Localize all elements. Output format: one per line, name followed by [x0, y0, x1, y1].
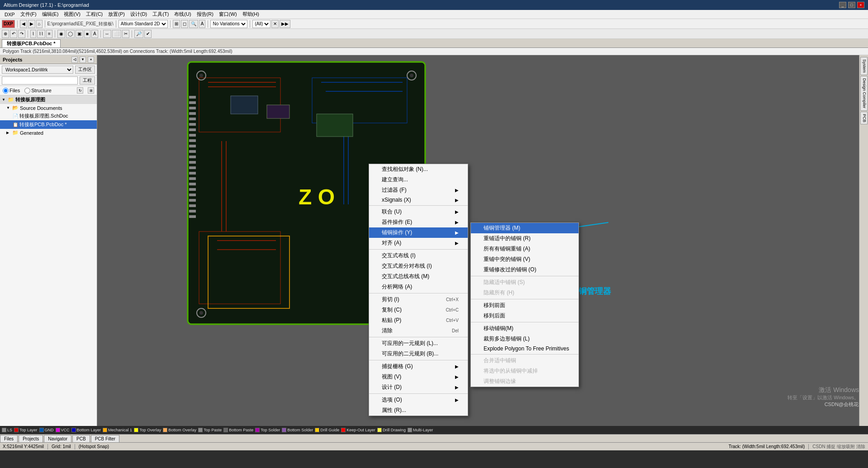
layer-bottom[interactable]: Bottom Layer: [71, 428, 101, 432]
sidebar-refresh-btn[interactable]: ↻: [77, 87, 83, 94]
ctx-bus-route[interactable]: 交互式总线布线 (M): [369, 271, 468, 282]
toolbar-btn-clear-filter[interactable]: ✕: [271, 20, 279, 28]
sub-repour-modified[interactable]: 重铺修改过的铺铜 (O): [471, 265, 579, 275]
ctx-inspect-net[interactable]: 分析网络 (A): [369, 282, 468, 292]
bottom-tab-pcb[interactable]: PCB: [72, 435, 90, 442]
workspace-select[interactable]: Workspace1.DsnWrk: [2, 66, 73, 74]
tb2-fill[interactable]: ■: [84, 30, 90, 38]
sub-explode-polygon[interactable]: Explode Polygon To Free Primitives: [471, 344, 579, 353]
layer-drill-guide[interactable]: Drill Guide: [315, 428, 339, 432]
ctx-interactive-route[interactable]: 交互式布线 (I): [369, 251, 468, 261]
bottom-tab-navigator[interactable]: Navigator: [44, 435, 71, 442]
radio-files[interactable]: [3, 88, 9, 94]
ctx-delete[interactable]: 清除 Del: [369, 326, 468, 336]
menu-place[interactable]: 放置(P): [105, 10, 128, 19]
menu-design[interactable]: 设计(D): [128, 10, 150, 19]
tb2-pad[interactable]: ◯: [66, 30, 75, 38]
tb2-dim[interactable]: ↔: [103, 30, 111, 38]
menu-file[interactable]: 文件(F): [18, 10, 39, 19]
view-mode-select[interactable]: Altium Standard 2D Altium 3D Black: [119, 20, 168, 28]
menu-help[interactable]: 帮助(H): [240, 10, 262, 19]
ctx-unary-rules[interactable]: 可应用的一元规则 (L)...: [369, 338, 468, 349]
sub-move-polygon[interactable]: 移动铺铜(M): [471, 323, 579, 334]
tb2-via[interactable]: ◉: [57, 30, 65, 38]
radio-structure-label[interactable]: Structure: [24, 88, 52, 94]
sub-repour-selected[interactable]: 重铺适中的铺铜 (R): [471, 233, 579, 244]
ctx-copy[interactable]: 复制 (C) Ctrl+C: [369, 305, 468, 315]
tb2-text[interactable]: A: [91, 30, 98, 38]
ctx-properties[interactable]: 属性 (R)...: [369, 405, 468, 416]
ctx-xsignals[interactable]: xSignals (X) ▶: [369, 195, 468, 204]
menu-report[interactable]: 报告(R): [194, 10, 216, 19]
radio-structure[interactable]: [24, 88, 30, 94]
radio-files-label[interactable]: Files: [3, 88, 20, 94]
toolbar-btn-dxp[interactable]: DXP: [2, 20, 15, 28]
menu-window[interactable]: 窗口(W): [216, 10, 240, 19]
bottom-tab-projects[interactable]: Projects: [19, 435, 43, 442]
tree-source-docs[interactable]: ▼ 📂 Source Documents: [0, 104, 97, 112]
ctx-filter[interactable]: 过滤器 (F) ▶: [369, 185, 468, 195]
layer-top[interactable]: Top Layer: [14, 428, 38, 432]
tab-pcb[interactable]: 转接板PCB.PcbDoc *: [2, 39, 61, 47]
ctx-build-query[interactable]: 建立查询...: [369, 175, 468, 185]
maximize-btn[interactable]: □: [848, 2, 855, 8]
right-tab-system[interactable]: System: [860, 57, 868, 75]
workspace-label-btn[interactable]: 工作区: [75, 66, 95, 74]
menu-project[interactable]: 工程(C): [83, 10, 105, 19]
sub-send-back[interactable]: 移到后面: [471, 311, 579, 321]
toolbar-btn-snap[interactable]: ⊞: [173, 20, 180, 28]
layer-gnd[interactable]: GND: [39, 428, 54, 432]
menu-route[interactable]: 布线(U): [171, 10, 194, 19]
layer-ls[interactable]: LS: [2, 428, 12, 432]
toolbar-home[interactable]: ⌂: [36, 20, 43, 28]
ctx-component-ops[interactable]: 器件操作 (E) ▶: [369, 217, 468, 227]
right-tab-design-compiler[interactable]: Design Compiler: [860, 76, 868, 111]
layer-top-solder[interactable]: Top Solder: [255, 428, 280, 432]
sidebar-icon-menu[interactable]: ▼: [80, 57, 86, 63]
layer-keepout[interactable]: Keep-Out Layer: [341, 428, 375, 432]
variations-select[interactable]: No Variations: [210, 20, 247, 28]
toolbar-nav-forward[interactable]: ▶: [28, 20, 35, 28]
ctx-cut[interactable]: 剪切 (I) Ctrl+X: [369, 294, 468, 305]
project-label-btn[interactable]: 工程: [80, 76, 95, 85]
toolbar-nav-back[interactable]: ◀: [20, 20, 27, 28]
layer-bottom-solder[interactable]: Bottom Solder: [282, 428, 313, 432]
tb2-btn3[interactable]: ↷: [18, 30, 25, 38]
pcb-canvas[interactable]: Z O: [97, 55, 868, 426]
layer-multi[interactable]: Multi-Layer: [408, 428, 433, 432]
tb2-cut[interactable]: ✂: [122, 30, 129, 38]
menu-dxp[interactable]: DXP: [2, 11, 18, 18]
ctx-snap-grid[interactable]: 捕捉栅格 (G) ▶: [369, 361, 468, 372]
ctx-options[interactable]: 选项 (O) ▶: [369, 395, 468, 405]
ctx-binary-rules[interactable]: 可应用的二元规则 (B)...: [369, 349, 468, 359]
sub-polygon-manager[interactable]: 铺铜管理器 (M): [471, 223, 579, 233]
tb2-room[interactable]: ⬜: [112, 30, 121, 38]
sidebar-icon-close[interactable]: ×: [88, 57, 94, 63]
bottom-tab-pcb-filter[interactable]: PCB Filter: [91, 435, 120, 442]
layer-mech1[interactable]: Mechanical 1: [103, 428, 132, 432]
minimize-btn[interactable]: _: [839, 2, 846, 8]
ctx-find-similar[interactable]: 查找相似对象 (N)...: [369, 164, 468, 175]
toolbar-btn-nav-fwd[interactable]: ▶▶: [280, 20, 290, 28]
ctx-design-sub[interactable]: 设计 (D) ▶: [369, 382, 468, 392]
right-tab-pcb[interactable]: PCB: [860, 112, 868, 125]
sub-bring-front[interactable]: 移到前面: [471, 300, 579, 311]
tb2-route[interactable]: ⌇: [30, 30, 36, 38]
tb2-btn1[interactable]: ⊕: [2, 30, 9, 38]
tree-generated[interactable]: ▶ 📁 Generated: [0, 129, 97, 137]
tb2-inspect[interactable]: 🔎: [134, 30, 143, 38]
tb2-drc[interactable]: ✔: [144, 30, 152, 38]
layer-vcc[interactable]: VCC: [56, 428, 70, 432]
tb2-diff[interactable]: ⌇⌇: [37, 30, 45, 38]
all-select[interactable]: (All): [252, 20, 270, 28]
sidebar-icon-pin[interactable]: ◁: [71, 57, 78, 63]
tb2-copper[interactable]: ▣: [76, 30, 83, 38]
sub-repour-violating[interactable]: 重铺中突的铺铜 (V): [471, 254, 579, 265]
layer-top-overlay[interactable]: Top Overlay: [134, 428, 161, 432]
layer-bottom-overlay[interactable]: Bottom Overlay: [163, 428, 196, 432]
tb2-bus[interactable]: ≡: [46, 30, 52, 38]
tb2-btn2[interactable]: ↶: [10, 30, 17, 38]
close-btn[interactable]: ×: [857, 2, 864, 8]
menu-tools[interactable]: 工具(T): [150, 10, 171, 19]
toolbar-btn-fit[interactable]: A: [199, 20, 206, 28]
